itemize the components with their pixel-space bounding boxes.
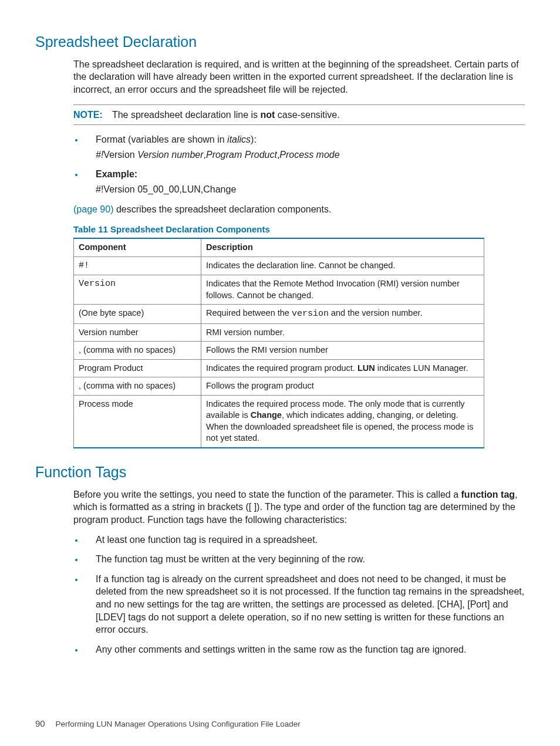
format-lead-end: ): — [251, 134, 257, 144]
note-text-post: case-sensitive. — [275, 110, 339, 120]
cell-description: Required between the version and the ver… — [201, 305, 484, 323]
cell-description: RMI version number. — [201, 323, 484, 342]
list-item: If a function tag is already on the curr… — [84, 573, 525, 636]
ft-intro-bold: function tag — [461, 490, 515, 499]
th-component: Component — [74, 238, 201, 256]
format-lead: Format (variables are shown in — [96, 134, 227, 144]
format-example-list: Format (variables are shown in italics):… — [73, 133, 525, 195]
cell-component: , (comma with no spaces) — [74, 342, 201, 360]
table-row: VersionIndicates that the Remote Method … — [74, 275, 484, 305]
cell-description: Indicates that the Remote Method Invocat… — [201, 275, 484, 305]
table-row: Program ProductIndicates the required pr… — [74, 359, 484, 377]
note-box: NOTE: The spreadsheet declaration line i… — [73, 104, 525, 126]
cell-component: , (comma with no spaces) — [74, 377, 201, 396]
table-row: (One byte space)Required between the ver… — [74, 305, 484, 323]
cell-description: Follows the program product — [201, 377, 484, 396]
list-item: Any other comments and settings written … — [84, 643, 525, 656]
format-var1: Version number — [137, 150, 203, 160]
table-header-row: Component Description — [74, 238, 484, 256]
format-lead-italic: italics — [227, 134, 251, 144]
cell-component: (One byte space) — [74, 305, 201, 323]
table-caption: Table 11 Spreadsheet Declaration Compone… — [73, 224, 525, 235]
table-lead-in: (page 90) describes the spreadsheet decl… — [73, 203, 525, 216]
cell-component: Version — [74, 275, 201, 305]
cell-description: Indicates the required program product. … — [201, 359, 484, 377]
cell-component: Program Product — [74, 359, 201, 377]
declaration-components-table: Component Description #!Indicates the de… — [73, 238, 484, 448]
format-txt1: Version — [103, 150, 137, 160]
function-tags-list: At least one function tag is required in… — [73, 534, 525, 656]
example-label: Example: — [96, 169, 137, 179]
section-heading-spreadsheet-declaration: Spreadsheet Declaration — [35, 32, 525, 52]
format-var3: Process mode — [279, 150, 339, 160]
page-reference-link[interactable]: (page 90) — [73, 204, 114, 214]
example-item: Example: #!Version 05_00_00,LUN,Change — [84, 168, 525, 195]
cell-component: Version number — [74, 323, 201, 342]
section-heading-function-tags: Function Tags — [35, 463, 525, 482]
function-tags-intro: Before you write the settings, you need … — [73, 488, 525, 526]
ft-intro-pre: Before you write the settings, you need … — [73, 490, 461, 499]
cell-description: Follows the RMI version number — [201, 342, 484, 360]
table-row: , (comma with no spaces)Follows the RMI … — [74, 342, 484, 360]
list-item: At least one function tag is required in… — [84, 534, 525, 546]
th-description: Description — [201, 238, 484, 256]
note-text-pre: The spreadsheet declaration line is — [112, 110, 261, 120]
example-line: #!Version 05_00_00,LUN,Change — [96, 183, 525, 196]
table-row: #!Indicates the declaration line. Cannot… — [74, 256, 484, 275]
cell-component: #! — [74, 256, 201, 275]
note-label: NOTE: — [73, 110, 103, 120]
table-row: Process modeIndicates the required proce… — [74, 395, 484, 448]
cell-description: Indicates the required process mode. The… — [201, 395, 484, 448]
table-lead-in-text: describes the spreadsheet declaration co… — [114, 204, 332, 214]
cell-description: Indicates the declaration line. Cannot b… — [201, 256, 484, 275]
format-item: Format (variables are shown in italics):… — [84, 133, 525, 161]
cell-component: Process mode — [74, 395, 201, 448]
table-row: , (comma with no spaces)Follows the prog… — [74, 377, 484, 396]
note-text-bold: not — [261, 110, 275, 120]
format-prefix: #! — [96, 150, 103, 160]
table-row: Version numberRMI version number. — [74, 323, 484, 342]
intro-paragraph: The spreadsheet declaration is required,… — [73, 58, 525, 96]
list-item: The function tag must be written at the … — [84, 553, 525, 566]
format-var2: Program Product — [206, 150, 277, 160]
